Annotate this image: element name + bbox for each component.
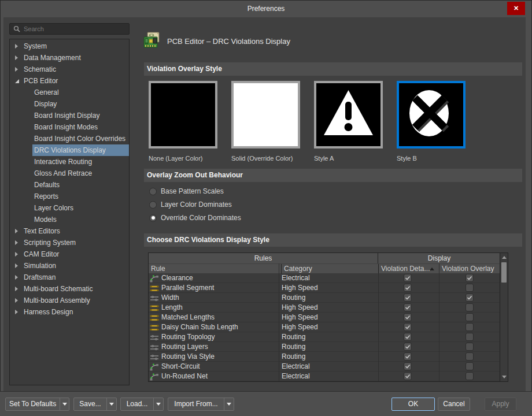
table-row-length[interactable]: LengthHigh Speed — [149, 303, 500, 313]
sidebar-item-cam-editor[interactable]: CAM Editor — [10, 248, 129, 260]
collapsed-arrow-icon[interactable] — [15, 275, 18, 280]
violation-overlay-checkbox[interactable] — [466, 313, 474, 321]
column-header-category[interactable]: Category — [281, 264, 376, 274]
violation-overlay-checkbox[interactable] — [466, 372, 474, 380]
violation-details-checkbox[interactable] — [404, 313, 412, 321]
sidebar-item-defaults[interactable]: Defaults — [10, 179, 129, 191]
sidebar-item-drc-violations-display[interactable]: DRC Violations Display — [10, 144, 129, 156]
sidebar-item-data-management[interactable]: Data Management — [10, 52, 129, 64]
search-input[interactable] — [24, 25, 122, 32]
table-row-routing-via-style[interactable]: Routing Via StyleRouting — [149, 352, 500, 362]
column-header-violation-details[interactable]: Violation Deta... — [378, 264, 439, 274]
table-row-parallel-segment[interactable]: Parallel SegmentHigh Speed — [149, 283, 500, 293]
violation-overlay-checkbox[interactable] — [466, 333, 474, 341]
dropdown-arrow-icon[interactable] — [106, 398, 116, 410]
collapsed-arrow-icon[interactable] — [15, 252, 18, 257]
radio-override-color-dominates[interactable]: Override Color Dominates — [149, 214, 241, 222]
violation-overlay-checkbox[interactable] — [466, 284, 474, 292]
violation-details-checkbox[interactable] — [404, 274, 412, 282]
violation-overlay-checkbox[interactable] — [466, 323, 474, 331]
table-row-width[interactable]: WidthRouting — [149, 293, 500, 303]
radio-button-icon[interactable] — [149, 201, 157, 209]
violation-overlay-checkbox[interactable] — [466, 294, 474, 302]
sidebar-item-general[interactable]: General — [10, 87, 129, 98]
violation-details-checkbox[interactable] — [404, 352, 412, 361]
column-header-rule[interactable]: Rule — [151, 264, 277, 274]
table-row-clearance[interactable]: ClearanceElectrical — [149, 273, 500, 283]
sidebar-item-layer-colors[interactable]: Layer Colors — [10, 202, 129, 214]
radio-layer-color-dominates[interactable]: Layer Color Dominates — [149, 200, 232, 209]
radio-base-pattern-scales[interactable]: Base Pattern Scales — [149, 187, 224, 195]
violation-overlay-checkbox[interactable] — [466, 274, 474, 282]
sidebar-item-board-insight-display[interactable]: Board Insight Display — [10, 110, 129, 121]
group-header-display[interactable]: Display — [379, 253, 500, 263]
group-header-rules[interactable]: Rules — [149, 253, 378, 263]
sidebar-item-draftsman[interactable]: Draftsman — [10, 272, 129, 283]
expanded-arrow-icon[interactable] — [15, 79, 19, 83]
violation-details-checkbox[interactable] — [404, 323, 412, 331]
violation-details-checkbox[interactable] — [404, 333, 412, 341]
save--button[interactable]: Save... — [73, 398, 117, 411]
table-row-routing-topology[interactable]: Routing TopologyRouting — [149, 332, 500, 342]
load--button[interactable]: Load... — [120, 398, 164, 411]
sidebar-item-harness-design[interactable]: Harness Design — [10, 306, 129, 318]
sidebar-item-board-insight-color-overrides[interactable]: Board Insight Color Overrides — [10, 133, 129, 144]
collapsed-arrow-icon[interactable] — [15, 298, 18, 303]
import-from--button[interactable]: Import From... — [168, 398, 234, 411]
violation-details-checkbox[interactable] — [404, 294, 412, 302]
violation-details-checkbox[interactable] — [404, 303, 412, 311]
sidebar-item-models[interactable]: Models — [10, 214, 129, 225]
sidebar-item-pcb-editor[interactable]: PCB Editor — [10, 75, 129, 87]
table-row-daisy-chain-stub-length[interactable]: Daisy Chain Stub LengthHigh Speed — [149, 322, 500, 332]
table-row-short-circuit[interactable]: Short-CircuitElectrical — [149, 362, 500, 372]
scroll-down-icon[interactable] — [502, 376, 507, 378]
ok-button[interactable]: OK — [391, 398, 435, 411]
dropdown-arrow-icon[interactable] — [153, 398, 163, 410]
cancel-button[interactable]: Cancel — [438, 398, 470, 411]
sidebar-item-schematic[interactable]: Schematic — [10, 64, 129, 75]
overlay-tile-style-a[interactable] — [314, 81, 383, 148]
collapsed-arrow-icon[interactable] — [15, 240, 18, 245]
collapsed-arrow-icon[interactable] — [15, 67, 18, 72]
scroll-up-icon[interactable] — [502, 256, 507, 259]
violation-details-checkbox[interactable] — [404, 284, 412, 292]
collapsed-arrow-icon[interactable] — [15, 44, 18, 49]
violation-details-checkbox[interactable] — [404, 362, 412, 370]
dropdown-arrow-icon[interactable] — [60, 398, 69, 410]
table-row-routing-layers[interactable]: Routing LayersRouting — [149, 342, 500, 352]
violation-overlay-checkbox[interactable] — [466, 352, 474, 361]
sidebar-item-text-editors[interactable]: Text Editors — [10, 225, 129, 237]
overlay-tile-style-b[interactable] — [397, 81, 466, 148]
table-row-un-routed-net[interactable]: Un-Routed NetElectrical — [149, 372, 500, 381]
sidebar-item-board-insight-modes[interactable]: Board Insight Modes — [10, 121, 129, 133]
scrollbar-thumb[interactable] — [501, 262, 507, 283]
collapsed-arrow-icon[interactable] — [15, 263, 18, 268]
table-scrollbar[interactable] — [500, 253, 508, 381]
collapsed-arrow-icon[interactable] — [15, 287, 18, 291]
radio-button-icon[interactable] — [149, 188, 157, 195]
overlay-tile-solid-override-color-[interactable] — [231, 81, 300, 148]
sidebar-item-system[interactable]: System — [10, 40, 129, 52]
violation-overlay-checkbox[interactable] — [466, 343, 474, 351]
sidebar-item-simulation[interactable]: Simulation — [10, 260, 129, 272]
close-button[interactable]: ✕ — [507, 2, 525, 15]
dropdown-arrow-icon[interactable] — [224, 398, 234, 410]
sidebar-item-multi-board-assembly[interactable]: Multi-board Assembly — [10, 295, 129, 306]
overlay-tile-none-layer-color-[interactable] — [149, 81, 217, 148]
violation-details-checkbox[interactable] — [404, 343, 412, 351]
sidebar-item-interactive-routing[interactable]: Interactive Routing — [10, 156, 129, 168]
violation-details-checkbox[interactable] — [404, 372, 412, 380]
sidebar-item-multi-board-schematic[interactable]: Multi-board Schematic — [10, 283, 129, 295]
apply-button[interactable]: Apply — [485, 398, 516, 411]
sidebar-item-scripting-system[interactable]: Scripting System — [10, 237, 129, 248]
collapsed-arrow-icon[interactable] — [15, 310, 18, 314]
search-box[interactable] — [9, 23, 130, 35]
table-row-matched-lengths[interactable]: Matched LengthsHigh Speed — [149, 313, 500, 322]
sidebar-item-reports[interactable]: Reports — [10, 191, 129, 202]
column-header-violation-overlay[interactable]: Violation Overlay — [439, 264, 500, 274]
violation-overlay-checkbox[interactable] — [466, 303, 474, 311]
set-to-defaults-button[interactable]: Set To Defaults — [5, 398, 69, 411]
violation-overlay-checkbox[interactable] — [466, 362, 474, 370]
collapsed-arrow-icon[interactable] — [15, 55, 18, 60]
sidebar-item-display[interactable]: Display — [10, 98, 129, 110]
